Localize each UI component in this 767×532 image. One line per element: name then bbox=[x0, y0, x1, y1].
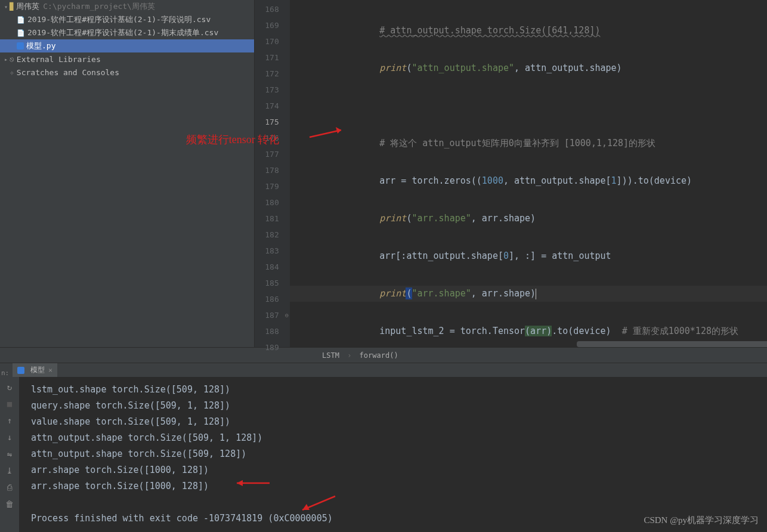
scratch-icon: ✧ bbox=[10, 68, 14, 77]
arrow-icon bbox=[231, 477, 273, 489]
toggle-soft-wrap-button[interactable]: ⇋ bbox=[4, 449, 15, 459]
console-line: value.shape torch.Size([509, 1, 128]) bbox=[31, 414, 767, 430]
close-icon[interactable]: ✕ bbox=[48, 366, 52, 374]
scratches-label: Scratches and Consoles bbox=[17, 68, 119, 77]
code-comment: # 将这个 attn_output矩阵用0向量补齐到 [1000,1,128]的… bbox=[379, 138, 655, 149]
scratches[interactable]: ✧ Scratches and Consoles bbox=[0, 66, 254, 79]
rerun-button[interactable]: ↻ bbox=[4, 382, 15, 392]
file-icon: 📄 bbox=[17, 29, 25, 37]
file-item[interactable]: 📄 2019-软件工程#程序设计基础(2-1)-字段说明.csv bbox=[0, 13, 254, 26]
console-line bbox=[31, 494, 767, 511]
console-output[interactable]: lstm_out.shape torch.Size([509, 128]) qu… bbox=[19, 377, 767, 532]
ext-libs-label: External Libraries bbox=[17, 55, 101, 64]
annotation-label: 频繁进行tensor 转化 bbox=[186, 132, 280, 147]
stop-button[interactable]: ■ bbox=[4, 398, 15, 409]
python-icon bbox=[17, 42, 24, 50]
gutter: 1681691701711721731741751761771781791801… bbox=[255, 0, 290, 347]
down-button[interactable]: ↓ bbox=[4, 432, 15, 443]
breadcrumb-item[interactable]: LSTM bbox=[322, 351, 339, 360]
folder-icon: ▉ bbox=[10, 2, 14, 11]
console-line: arr.shape torch.Size([1000, 128]) bbox=[31, 478, 767, 494]
collapse-icon[interactable]: ▾ bbox=[2, 4, 10, 10]
print-button[interactable]: ⎙ bbox=[4, 482, 15, 493]
console-line: lstm_out.shape torch.Size([509, 128]) bbox=[31, 382, 767, 398]
tab-label: 模型 bbox=[30, 365, 45, 375]
svg-marker-3 bbox=[237, 480, 243, 486]
file-name: 模型.py bbox=[26, 41, 55, 51]
chevron-right-icon: › bbox=[347, 351, 351, 360]
file-icon: 📄 bbox=[17, 16, 25, 24]
svg-line-0 bbox=[310, 130, 341, 137]
python-icon bbox=[17, 367, 24, 374]
expand-icon[interactable]: ▸ bbox=[2, 56, 10, 63]
project-root[interactable]: ▾ ▉ 周伟英 C:\pycharm_project\周伟英 bbox=[0, 0, 254, 13]
console-line: arr.shape torch.Size([1000, 128]) bbox=[31, 462, 767, 478]
text-caret bbox=[536, 289, 536, 299]
file-item-selected[interactable]: 模型.py bbox=[0, 39, 254, 52]
project-tree[interactable]: ▾ ▉ 周伟英 C:\pycharm_project\周伟英 📄 2019-软件… bbox=[0, 0, 255, 347]
root-name: 周伟英 bbox=[16, 1, 39, 12]
breadcrumb[interactable]: LSTM › forward() bbox=[0, 347, 767, 363]
run-tab[interactable]: 模型 ✕ bbox=[13, 363, 57, 377]
run-toolbar: ↻ ■ ↑ ↓ ⇋ ⤓ ⎙ 🗑 bbox=[0, 377, 19, 532]
file-name: 2019-软件工程#程序设计基础(2-1)-字段说明.csv bbox=[27, 14, 211, 25]
watermark: CSDN @py机器学习深度学习 bbox=[644, 515, 759, 526]
arrow-icon bbox=[308, 125, 350, 143]
tool-label: n: bbox=[1, 369, 9, 377]
run-tab-bar: n: 模型 ✕ bbox=[0, 363, 767, 377]
up-button[interactable]: ↑ bbox=[4, 415, 15, 426]
console-line: query.shape torch.Size([509, 1, 128]) bbox=[31, 398, 767, 414]
root-path: C:\pycharm_project\周伟英 bbox=[43, 1, 155, 12]
arrow-icon bbox=[296, 493, 338, 514]
breadcrumb-item[interactable]: forward() bbox=[360, 351, 398, 360]
scroll-end-button[interactable]: ⤓ bbox=[4, 465, 15, 476]
scrollbar-horizontal[interactable] bbox=[577, 341, 767, 347]
code-comment: # attn_output.shape torch.Size([641,128]… bbox=[379, 25, 600, 36]
console-line: attn_output.shape torch.Size([509, 128]) bbox=[31, 446, 767, 462]
code-editor[interactable]: 1681691701711721731741751761771781791801… bbox=[255, 0, 767, 347]
clear-button[interactable]: 🗑 bbox=[4, 499, 15, 509]
console-line: attn_output.shape torch.Size([509, 1, 12… bbox=[31, 430, 767, 446]
lib-icon: ⎋ bbox=[10, 55, 14, 64]
external-libs[interactable]: ▸ ⎋ External Libraries bbox=[0, 52, 254, 66]
file-name: 2019-软件工程#程序设计基础(2-1)-期末成绩单.csv bbox=[27, 27, 218, 38]
code-area[interactable]: # attn_output.shape torch.Size([641,128]… bbox=[290, 0, 767, 347]
file-item[interactable]: 📄 2019-软件工程#程序设计基础(2-1)-期末成绩单.csv bbox=[0, 26, 254, 39]
